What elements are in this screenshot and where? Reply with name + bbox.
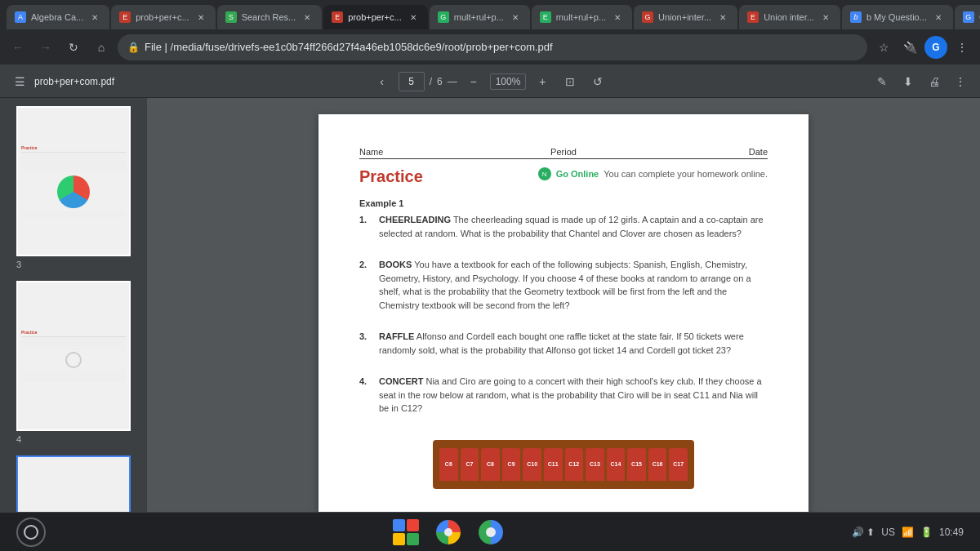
tab-prob1[interactable]: E prob+per+c... ✕: [111, 5, 215, 29]
pdf-more-button[interactable]: ⋮: [949, 70, 972, 93]
tab-favicon-prob2: E: [332, 11, 343, 23]
taskbar-time: 10:49: [939, 527, 964, 538]
thumbnail-5[interactable]: Practice: [16, 455, 131, 512]
tab-close-prob1[interactable]: ✕: [194, 11, 207, 24]
tab-mult1[interactable]: G mult+rul+p... ✕: [430, 5, 530, 29]
tab-favicon-myq: b: [850, 11, 862, 23]
go-online-icon: N: [538, 167, 551, 180]
practice-title: Practice: [359, 167, 423, 186]
taskbar-chrome-button[interactable]: [434, 518, 463, 547]
pdf-menu-button[interactable]: ☰: [8, 70, 31, 93]
tab-union2[interactable]: E Union inter... ✕: [739, 5, 840, 29]
more-menu-button[interactable]: ⋮: [951, 36, 973, 59]
pdf-print-button[interactable]: 🖨: [923, 70, 946, 93]
address-text: File | /media/fuse/drivefs-ee1c0b74ff266…: [145, 41, 858, 53]
tab-favicon-alfonso: G: [963, 11, 974, 23]
tab-favicon-search: S: [225, 11, 237, 23]
seat-C16: C16: [648, 448, 667, 481]
tab-label-mult2: mult+rul+p...: [556, 12, 606, 22]
home-button[interactable]: ⌂: [90, 36, 113, 59]
tab-close-search[interactable]: ✕: [301, 11, 314, 24]
taskbar-circle-button[interactable]: [16, 518, 46, 547]
tab-mult2[interactable]: E mult+rul+p... ✕: [532, 5, 632, 29]
thumb-page-3[interactable]: Practice: [16, 106, 131, 256]
reload-button[interactable]: ↻: [62, 36, 85, 59]
fit-page-button[interactable]: ⊡: [559, 70, 581, 93]
prev-page-button[interactable]: ‹: [371, 70, 394, 93]
problem-1-title: CHEERLEADING: [379, 215, 451, 224]
tab-algebra[interactable]: A Algebra Ca... ✕: [7, 5, 109, 29]
page-dash: —: [448, 76, 457, 87]
tab-label-myq: b My Questio...: [866, 12, 927, 22]
pdf-edit-button[interactable]: ✎: [871, 70, 893, 93]
thumbnail-3[interactable]: Practice: [16, 106, 131, 271]
tab-myq[interactable]: b b My Questio... ✕: [842, 5, 953, 29]
problem-4-body: CONCERT Nia and Ciro are going to a conc…: [379, 375, 768, 415]
seat-C13: C13: [586, 448, 604, 481]
thumb-page-4[interactable]: Practice: [16, 281, 131, 431]
rotate-button[interactable]: ↺: [586, 70, 609, 93]
address-bar[interactable]: 🔒 File | /media/fuse/drivefs-ee1c0b74ff2…: [118, 34, 867, 60]
zoom-in-button[interactable]: +: [531, 70, 554, 93]
tab-alfonso[interactable]: G G alfonso an... ✕: [955, 5, 980, 29]
taskbar-app3-button[interactable]: [476, 518, 506, 547]
page-number-input[interactable]: [399, 72, 425, 91]
thumb-page-5[interactable]: Practice: [16, 455, 131, 512]
tab-label-prob1: prob+per+c...: [136, 12, 189, 22]
period-label: Period: [496, 147, 632, 157]
tab-label-union2: Union inter...: [764, 12, 814, 22]
profile-button[interactable]: G: [924, 36, 947, 59]
thumb-content-4: Practice: [18, 282, 129, 429]
tab-close-union2[interactable]: ✕: [819, 11, 832, 24]
seat-row-image: C6 C7 C8 C9 C10 C11 C12 C13 C14 C15 C16 …: [433, 440, 694, 489]
examples23-label: Examples 2 and 3: [359, 512, 768, 513]
thumb-content-5: Practice: [18, 457, 129, 512]
meet-icon: [479, 520, 503, 544]
forward-button[interactable]: →: [34, 36, 57, 59]
seat-C8: C8: [481, 448, 500, 481]
seat-row-container: C6 C7 C8 C9 C10 C11 C12 C13 C14 C15 C16 …: [359, 433, 768, 495]
tab-label-mult1: mult+rul+p...: [454, 12, 504, 22]
tab-label-union1: Union+inter...: [658, 12, 711, 22]
tab-close-union1[interactable]: ✕: [716, 11, 729, 24]
seat-C17: C17: [669, 448, 688, 481]
tab-close-mult1[interactable]: ✕: [509, 11, 522, 24]
go-online-text: You can complete your homework online.: [604, 169, 768, 179]
tab-favicon-union1: G: [642, 11, 653, 23]
taskbar-launcher-button[interactable]: [391, 518, 421, 547]
pdf-toolbar-left: ☰ prob+per+com.pdf: [8, 70, 114, 93]
main-area: Practice: [0, 98, 980, 512]
tab-close-prob2[interactable]: ✕: [407, 11, 420, 24]
tab-search[interactable]: S Search Res... ✕: [217, 5, 323, 29]
pdf-viewer[interactable]: Name Period Date Practice N Go Online Yo…: [147, 98, 980, 512]
problem-1-body: CHEERLEADING The cheerleading squad is m…: [379, 213, 768, 240]
extensions-button[interactable]: 🔌: [898, 36, 921, 59]
problem-2: 2. BOOKS You have a textbook for each of…: [359, 258, 768, 312]
tab-close-mult2[interactable]: ✕: [611, 11, 624, 24]
seat-C9: C9: [502, 448, 521, 481]
tab-close-myq[interactable]: ✕: [932, 11, 945, 24]
page-total: 6: [437, 76, 443, 87]
pdf-download-button[interactable]: ⬇: [897, 70, 920, 93]
problem-1-num: 1.: [359, 213, 372, 240]
wifi-icon: 📶: [902, 527, 914, 538]
tab-label-search: Search Res...: [242, 12, 296, 22]
tab-prob2[interactable]: E prob+per+c... ✕: [323, 5, 427, 29]
problem-3-body: RAFFLE Alfonso and Cordell each bought o…: [379, 330, 768, 357]
thumbnail-4[interactable]: Practice: [16, 281, 131, 446]
back-button[interactable]: ←: [7, 36, 29, 59]
zoom-out-button[interactable]: −: [462, 70, 485, 93]
seat-C14: C14: [607, 448, 626, 481]
thumb-pagenum-3: 3: [16, 260, 131, 269]
problem-2-title: BOOKS: [379, 260, 412, 269]
zoom-display[interactable]: 100%: [490, 73, 527, 90]
problem-3-title: RAFFLE: [379, 331, 414, 341]
tab-union1[interactable]: G Union+inter... ✕: [634, 5, 737, 29]
tab-close-algebra[interactable]: ✕: [88, 11, 101, 24]
pdf-toolbar-center: ‹ / 6 — − 100% + ⊡ ↺: [371, 70, 610, 93]
name-label: Name: [359, 147, 496, 157]
taskbar-left: [16, 518, 46, 547]
launcher-icon: [393, 519, 419, 545]
taskbar-region: US: [881, 527, 895, 538]
bookmark-button[interactable]: ☆: [872, 36, 895, 59]
